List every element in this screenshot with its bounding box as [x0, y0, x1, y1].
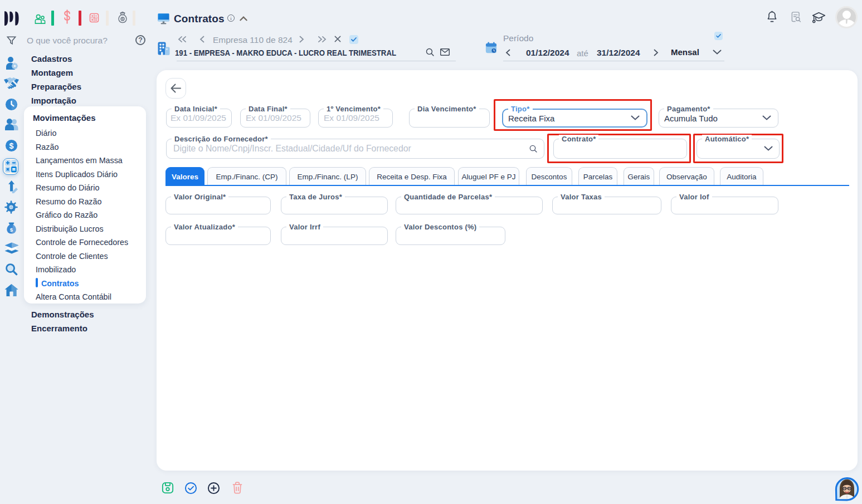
svg-text:$: $ — [10, 227, 13, 233]
svg-text:$: $ — [9, 141, 14, 150]
